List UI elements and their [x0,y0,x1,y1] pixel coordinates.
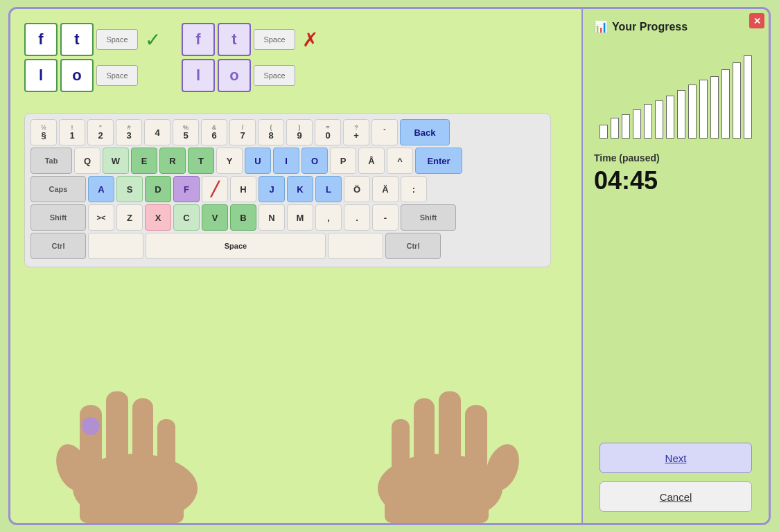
correct-word-row1: f t Space ✓ [24,23,161,56]
key-period[interactable]: . [344,204,370,231]
key-5[interactable]: %5 [173,119,199,145]
right-panel: 📊 Your Progress Time (paused) 04:45 Next… [581,9,769,523]
progress-chart [599,42,752,139]
progress-bar-0 [599,125,608,139]
attempt-word-row1: f t Space ✗ [182,23,318,56]
key-b[interactable]: B [230,204,256,231]
svg-rect-2 [80,405,102,475]
key-space[interactable]: Space [146,233,326,259]
key-0[interactable]: =0 [315,119,341,145]
key-2[interactable]: "2 [87,119,114,145]
correct-word-group: f t Space ✓ l o Space [24,23,161,92]
svg-rect-13 [465,405,487,475]
key-8[interactable]: (8 [258,119,284,145]
key-c[interactable]: C [173,204,200,231]
key-w[interactable]: W [103,148,129,174]
svg-rect-3 [106,391,128,475]
key-section[interactable]: ½§ [30,119,57,145]
key-k[interactable]: K [287,176,313,202]
key-v[interactable]: V [202,204,228,231]
svg-rect-12 [439,391,461,475]
key-plus[interactable]: ?+ [343,119,369,145]
key-angle[interactable]: >< [88,204,114,231]
key-backtick[interactable]: ` [371,119,398,145]
time-label: Time (paused) [594,152,660,163]
key-u[interactable]: U [245,148,271,174]
key-ctrl-right[interactable]: Ctrl [385,233,441,259]
key-tab[interactable]: Tab [30,148,72,174]
key-n[interactable]: N [259,204,285,231]
right-hand-svg [329,371,551,523]
key-4[interactable]: 4 [144,119,170,145]
key-slash-red[interactable]: ╱ [202,176,228,202]
progress-bar-12 [733,62,741,139]
progress-title: Your Progress [612,21,688,33]
key-minus[interactable]: - [372,204,399,231]
letter-t-correct: t [60,23,94,56]
key-fn-right[interactable] [328,233,383,259]
key-i[interactable]: I [273,148,299,174]
progress-bar-2 [622,114,630,139]
key-z[interactable]: Z [116,204,143,231]
key-h[interactable]: H [230,176,256,202]
progress-bar-1 [611,118,619,139]
key-m[interactable]: M [287,204,313,231]
key-ae[interactable]: Ä [372,176,399,202]
key-fn-left[interactable] [88,233,143,259]
main-container: ✕ f t Space ✓ l o Space [8,7,771,525]
key-y[interactable]: Y [216,148,243,174]
key-comma[interactable]: , [315,204,342,231]
key-e[interactable]: E [131,148,157,174]
key-6[interactable]: &6 [201,119,227,145]
key-j[interactable]: J [259,176,285,202]
time-value: 04:45 [594,166,658,195]
close-button[interactable]: ✕ [749,13,764,28]
key-aa[interactable]: Å [358,148,385,174]
cancel-button[interactable]: Cancel [599,481,752,512]
key-colon[interactable]: : [401,176,427,202]
svg-rect-10 [392,419,410,481]
key-r[interactable]: R [159,148,186,174]
key-o[interactable]: O [301,148,328,174]
key-q[interactable]: Q [74,148,100,174]
keyboard-row-shift: Shift >< Z X C V B N M , . - Shift [30,204,545,231]
key-a[interactable]: A [88,176,114,202]
key-shift-right[interactable]: Shift [401,204,456,231]
key-s[interactable]: S [116,176,143,202]
key-1[interactable]: !1 [59,119,85,145]
key-ctrl-left[interactable]: Ctrl [30,233,86,259]
key-backspace[interactable]: Back [400,119,450,145]
key-t[interactable]: T [188,148,214,174]
left-panel: f t Space ✓ l o Space f t Space ✗ [10,9,581,523]
word-area: f t Space ✓ l o Space f t Space ✗ [24,23,568,92]
svg-rect-5 [157,419,175,481]
key-caret[interactable]: ^ [387,148,413,174]
x-mark: ✗ [302,28,318,51]
space-box-correct-2: Space [96,65,138,86]
progress-bar-6 [666,96,674,139]
key-oe[interactable]: Ö [344,176,370,202]
letter-f-correct: f [24,23,58,56]
key-x[interactable]: X [145,204,171,231]
key-l[interactable]: L [315,176,342,202]
next-button[interactable]: Next [599,443,752,473]
key-enter[interactable]: Enter [415,148,462,174]
key-3[interactable]: #3 [116,119,142,145]
attempt-word-group: f t Space ✗ l o Space [182,23,318,92]
key-7[interactable]: /7 [229,119,256,145]
keyboard-row-qwerty: Tab Q W E R T Y U I O P Å ^ Enter [30,148,545,174]
key-d[interactable]: D [145,176,171,202]
key-f[interactable]: F [173,176,200,202]
chart-icon: 📊 [594,20,608,33]
key-9[interactable]: )9 [286,119,313,145]
attempt-word-row2: l o Space [182,59,318,92]
svg-rect-14 [385,488,489,523]
svg-rect-11 [414,398,435,475]
space-box-attempt-2: Space [254,65,295,86]
progress-bar-9 [699,80,708,139]
key-p[interactable]: P [330,148,356,174]
key-shift-left[interactable]: Shift [30,204,86,231]
progress-bar-7 [677,90,685,139]
progress-bar-13 [744,55,752,139]
key-caps[interactable]: Caps [30,176,86,202]
